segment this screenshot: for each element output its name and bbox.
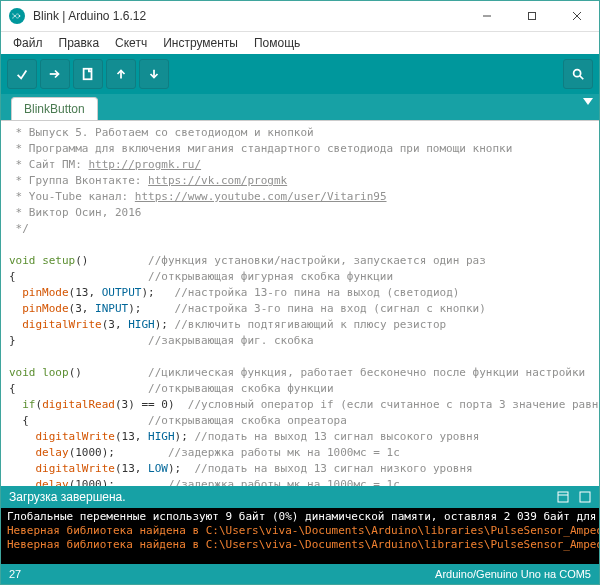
arduino-app-icon — [9, 8, 25, 24]
serial-monitor-button[interactable] — [563, 59, 593, 89]
expand-icon[interactable] — [579, 491, 591, 503]
svg-point-8 — [574, 70, 581, 77]
menu-bar: Файл Правка Скетч Инструменты Помощь — [1, 32, 599, 54]
title-bar: Blink | Arduino 1.6.12 — [1, 1, 599, 32]
board-port-label: Arduino/Genuino Uno на COM5 — [435, 568, 591, 580]
footer-bar: 27 Arduino/Genuino Uno на COM5 — [1, 564, 599, 584]
save-button[interactable] — [139, 59, 169, 89]
new-button[interactable] — [73, 59, 103, 89]
svg-rect-5 — [84, 69, 92, 80]
menu-edit[interactable]: Правка — [51, 34, 108, 52]
menu-tools[interactable]: Инструменты — [155, 34, 246, 52]
menu-sketch[interactable]: Скетч — [107, 34, 155, 52]
upload-button[interactable] — [40, 59, 70, 89]
close-button[interactable] — [554, 1, 599, 31]
svg-line-9 — [580, 76, 584, 80]
code-editor[interactable]: * Выпуск 5. Работаем со светодиодом и кн… — [1, 120, 599, 486]
svg-rect-12 — [580, 492, 590, 502]
maximize-button[interactable] — [509, 1, 554, 31]
minimize-button[interactable] — [464, 1, 509, 31]
window-title: Blink | Arduino 1.6.12 — [33, 9, 146, 23]
tab-blinkbutton[interactable]: BlinkButton — [11, 97, 98, 120]
compile-status-bar: Загрузка завершена. — [1, 486, 599, 508]
open-button[interactable] — [106, 59, 136, 89]
compile-status-text: Загрузка завершена. — [9, 490, 126, 504]
menu-file[interactable]: Файл — [5, 34, 51, 52]
toolbar — [1, 54, 599, 94]
console-toggle-icons[interactable] — [557, 491, 591, 503]
menu-help[interactable]: Помощь — [246, 34, 308, 52]
svg-rect-1 — [528, 13, 535, 20]
collapse-icon[interactable] — [557, 491, 569, 503]
console-output[interactable]: Глобальные переменные используют 9 байт … — [1, 508, 599, 564]
cursor-line: 27 — [9, 568, 21, 580]
verify-button[interactable] — [7, 59, 37, 89]
tab-strip: BlinkButton — [1, 94, 599, 120]
svg-rect-10 — [558, 492, 568, 502]
